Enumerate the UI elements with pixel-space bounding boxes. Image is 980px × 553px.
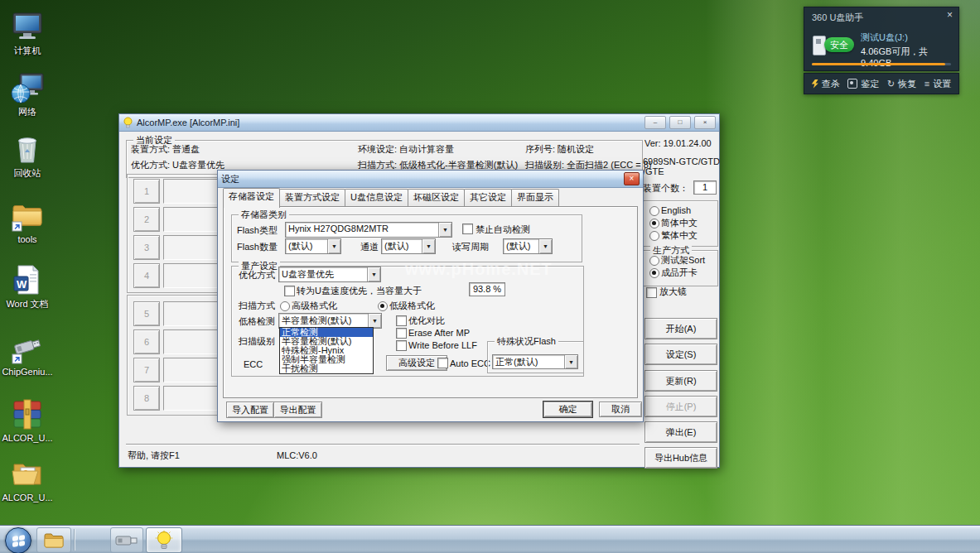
channel-combo[interactable]: (默认) [381, 238, 436, 254]
eject-button[interactable]: 弹出(E) [644, 421, 717, 443]
speed-priority-label: 转为U盘速度优先，当容量大于 [297, 286, 422, 296]
network-icon [10, 71, 45, 106]
svg-text:W: W [17, 278, 27, 291]
flash-type-combo[interactable]: Hynix H27QDG8M2MTR [285, 222, 452, 238]
optimize-compare-checkbox[interactable] [396, 315, 407, 326]
desktop-icon-label: ALCOR_U... [2, 433, 53, 443]
maximize-button[interactable]: □ [669, 116, 691, 129]
desktop-icon-computer[interactable]: 计算机 [2, 10, 53, 55]
magnifier-checkbox[interactable] [646, 287, 657, 298]
tab-usb-info-settings[interactable]: U盘信息设定 [345, 189, 408, 206]
identify-button[interactable]: 鉴定 [847, 78, 879, 90]
radio-test-sort[interactable] [649, 256, 659, 266]
rw-cycle-combo[interactable]: (默认) [503, 238, 553, 254]
write-before-llf-checkbox[interactable] [396, 340, 407, 351]
port-button-6[interactable]: 6 [133, 329, 160, 354]
port-button-5[interactable]: 5 [133, 301, 160, 326]
id-card-icon [847, 79, 857, 89]
special-flash-group-label: 特殊状况Flash [495, 336, 558, 347]
settings-dialog: 设定 × 存储器设定 装置方式设定 U盘信息设定 坏磁区设定 其它设定 界面显示… [217, 170, 644, 422]
auto-ecc-checkbox[interactable] [437, 358, 448, 368]
stop-button[interactable]: 停止(P) [644, 396, 717, 417]
desktop-icon-label: 回收站 [2, 168, 53, 178]
alcormp-titlebar[interactable]: AlcorMP.exe [AlcorMP.ini] – □ × [119, 114, 719, 132]
setup-button[interactable]: 设定(S) [644, 344, 717, 365]
no-autodetect-label: 禁止自动检测 [476, 224, 530, 235]
dropdown-arrow-icon[interactable] [327, 239, 340, 253]
radio-low-level-format[interactable] [378, 301, 388, 311]
usb-helper-toolbar: 查杀 鉴定 ↻恢复 ≡设置 [804, 73, 959, 94]
dropdown-arrow-icon[interactable] [538, 239, 552, 253]
no-autodetect-checkbox[interactable] [462, 224, 473, 234]
usb-helper-panel: 360 U盘助手 × 安全 测试U盘(J:) 4.06GB可用，共9.40GB … [804, 7, 958, 93]
ok-button[interactable]: 确定 [543, 402, 592, 417]
tab-other-settings[interactable]: 其它设定 [464, 189, 512, 206]
desktop-icon-alcor-rar[interactable]: ALCOR_U... [2, 397, 53, 443]
dropdown-item-interference[interactable]: 干扰检测 [280, 364, 373, 373]
port-button-8[interactable]: 8 [133, 386, 160, 411]
dropdown-arrow-icon[interactable] [438, 223, 451, 237]
port-button-3[interactable]: 3 [133, 235, 160, 260]
start-button[interactable]: 开始(A) [644, 318, 717, 339]
capacity-threshold-field[interactable]: 93.8 % [469, 282, 505, 296]
drive-name: 测试U盘(J:) [861, 31, 908, 44]
dropdown-arrow-icon[interactable] [564, 355, 577, 368]
special-flash-combo[interactable]: 正常(默认) [492, 354, 578, 369]
radio-simplified-chinese[interactable] [649, 219, 659, 228]
export-hub-button[interactable]: 导出Hub信息 [644, 447, 717, 469]
tab-ui-display[interactable]: 界面显示 [511, 189, 559, 206]
bulb-icon [123, 117, 133, 128]
recover-button[interactable]: ↻恢复 [887, 78, 916, 90]
cancel-button[interactable]: 取消 [599, 402, 642, 417]
port-button-2[interactable]: 2 [133, 207, 160, 232]
start-button[interactable] [5, 527, 31, 553]
radio-test-sort-label: 测试架Sort [661, 255, 705, 266]
radio-finished-card[interactable] [649, 268, 659, 278]
radio-english[interactable] [649, 206, 659, 216]
tab-bad-block-settings[interactable]: 坏磁区设定 [408, 189, 465, 206]
rar-archive-icon [10, 397, 45, 432]
refresh-button[interactable]: 更新(R) [644, 370, 717, 392]
speed-priority-checkbox[interactable] [284, 286, 295, 296]
dropdown-arrow-icon[interactable] [367, 267, 380, 281]
optimize-mode-combo[interactable]: U盘容量优先 [278, 267, 381, 282]
scan-virus-button[interactable]: 查杀 [812, 78, 840, 90]
desktop-icon-network[interactable]: 网络 [2, 71, 53, 117]
desktop-icon-alcor-folder[interactable]: ALCOR_U... [2, 457, 53, 503]
desktop-icon-word-doc[interactable]: W Word 文档 [2, 263, 53, 309]
tab-device-mode-settings[interactable]: 装置方式设定 [279, 189, 345, 206]
desktop-icon-recycle-bin[interactable]: 回收站 [2, 132, 53, 178]
minimize-button[interactable]: – [644, 116, 666, 129]
flash-count-combo[interactable]: (默认) [285, 238, 341, 254]
dialog-close-button[interactable]: × [624, 172, 640, 185]
dropdown-arrow-icon[interactable] [422, 239, 435, 253]
taskbar-usb-tool-button[interactable] [110, 527, 143, 553]
taskbar-alcormp-button[interactable] [146, 527, 182, 553]
desktop-icon-chipgenius[interactable]: ChipGeniu... [2, 331, 53, 377]
settings-button[interactable]: ≡设置 [924, 78, 951, 90]
erase-after-mp-checkbox[interactable] [396, 328, 407, 339]
desktop-icon-tools[interactable]: tools [2, 199, 53, 244]
radio-traditional-chinese[interactable] [649, 231, 659, 241]
port-button-1[interactable]: 1 [133, 179, 160, 204]
usb-helper-title: 360 U盘助手 [812, 12, 863, 24]
export-config-button[interactable]: 导出配置 [273, 402, 322, 418]
write-before-llf-label: Write Before LLF [408, 340, 477, 351]
import-config-button[interactable]: 导入配置 [226, 402, 274, 418]
rw-cycle-label: 读写周期 [452, 242, 489, 252]
close-button[interactable]: × [694, 116, 716, 129]
status-help-text: 帮助, 请按F1 [128, 450, 180, 461]
radio-traditional-chinese-label: 繁体中文 [661, 230, 698, 241]
port-button-4[interactable]: 4 [133, 263, 160, 288]
tab-memory-settings[interactable]: 存储器设定 [223, 188, 280, 208]
taskbar-explorer-button[interactable] [36, 527, 71, 553]
dropdown-arrow-icon[interactable] [368, 314, 381, 328]
port-button-7[interactable]: 7 [133, 358, 160, 382]
radio-high-level-format[interactable] [280, 301, 290, 311]
usb-helper-close-icon[interactable]: × [947, 10, 953, 20]
recycle-bin-icon [10, 132, 45, 167]
version-text: Ver: 19.01.24.00 [644, 138, 712, 149]
settings-dialog-titlebar[interactable]: 设定 × [218, 171, 643, 188]
current-device-mode: 装置方式: 普通盘 [131, 144, 200, 155]
desktop-icon-label: 网络 [2, 107, 53, 117]
